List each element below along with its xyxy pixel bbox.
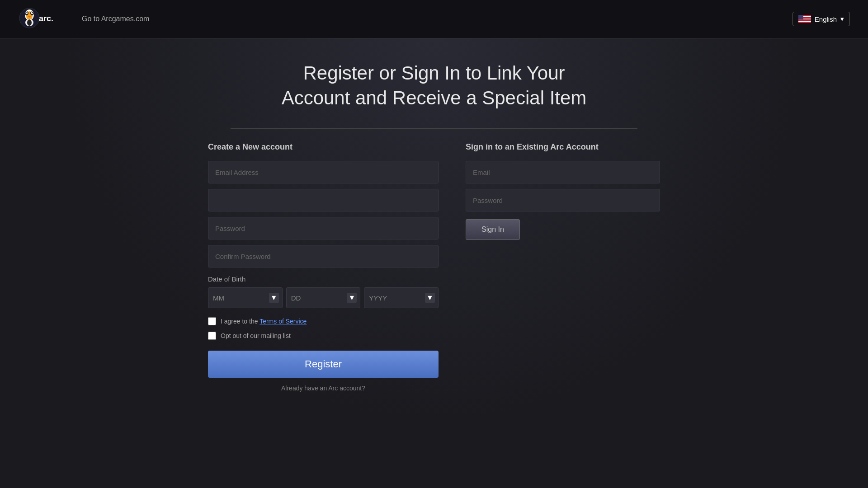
dob-selects: MM ▼ DD ▼ YYYY ▼	[208, 287, 439, 308]
svg-point-8	[32, 12, 33, 13]
already-account-link[interactable]: Already have an Arc account?	[208, 385, 439, 392]
year-select-wrap: YYYY ▼	[364, 287, 439, 308]
mailing-label: Opt out of our mailing list	[221, 332, 291, 339]
sign-in-button[interactable]: Sign In	[466, 219, 520, 240]
logo-area: arc. Go to Arcgames.com	[18, 7, 149, 32]
tos-label: I agree to the Terms of Service	[221, 318, 307, 325]
svg-rect-19	[798, 15, 803, 19]
svg-point-11	[27, 19, 32, 26]
year-select[interactable]: YYYY	[364, 287, 439, 308]
dob-label: Date of Birth	[208, 275, 439, 283]
signin-email-input[interactable]	[466, 161, 660, 183]
tos-checkbox-row: I agree to the Terms of Service	[208, 317, 439, 325]
tos-link[interactable]: Terms of Service	[259, 318, 307, 325]
language-selector[interactable]: English ▾	[793, 12, 850, 26]
header-divider	[68, 10, 68, 28]
mailing-checkbox-row: Opt out of our mailing list	[208, 332, 439, 340]
arc-logo-svg: arc.	[18, 7, 54, 32]
month-select[interactable]: MM	[208, 287, 283, 308]
main-content: Register or Sign In to Link Your Account…	[0, 38, 868, 488]
goto-arcgames-link[interactable]: Go to Arcgames.com	[82, 15, 149, 23]
svg-point-7	[26, 12, 27, 13]
sign-in-section: Sign in to an Existing Arc Account Sign …	[466, 142, 660, 392]
email-address-input[interactable]	[208, 161, 439, 183]
svg-text:arc.: arc.	[39, 14, 53, 23]
arc-logo: arc.	[18, 7, 54, 32]
mailing-checkbox[interactable]	[208, 332, 216, 340]
sign-in-title: Sign in to an Existing Arc Account	[466, 142, 660, 152]
day-select-wrap: DD ▼	[286, 287, 361, 308]
page-title: Register or Sign In to Link Your Account…	[282, 61, 587, 110]
language-dropdown-icon: ▾	[840, 15, 844, 23]
tos-checkbox[interactable]	[208, 317, 216, 325]
month-select-wrap: MM ▼	[208, 287, 283, 308]
confirm-password-input[interactable]	[208, 245, 439, 267]
register-button[interactable]: Register	[208, 351, 439, 378]
username-input[interactable]	[208, 189, 439, 211]
signin-password-input[interactable]	[466, 189, 660, 211]
language-label: English	[815, 15, 837, 23]
flag-icon	[798, 15, 811, 23]
svg-rect-17	[798, 20, 811, 20]
create-account-title: Create a New account	[208, 142, 439, 152]
day-select[interactable]: DD	[286, 287, 361, 308]
create-account-section: Create a New account Date of Birth MM ▼ …	[208, 142, 439, 392]
password-input[interactable]	[208, 217, 439, 239]
top-bar: arc. Go to Arcgames.com English ▾	[0, 0, 868, 38]
separator	[231, 128, 637, 129]
svg-rect-18	[798, 21, 811, 22]
forms-container: Create a New account Date of Birth MM ▼ …	[208, 142, 660, 392]
